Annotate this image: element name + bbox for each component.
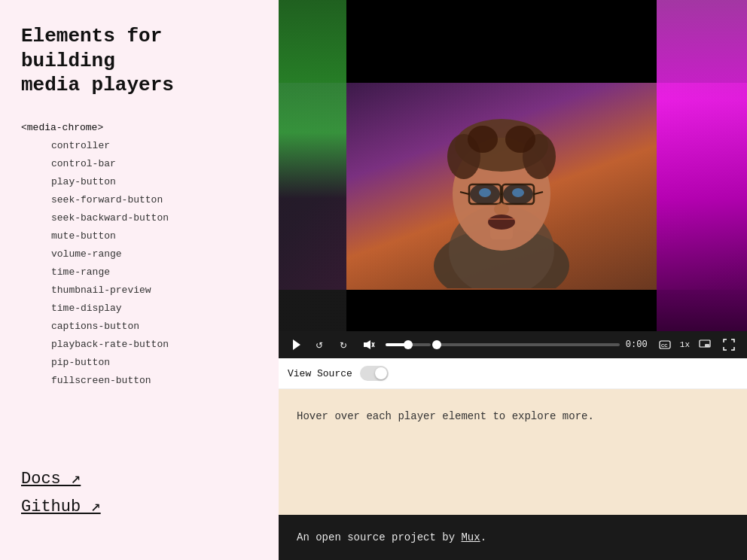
mute-button[interactable] xyxy=(360,337,378,352)
code-item-seek-backward-button: seek-backward-button xyxy=(21,209,258,227)
mute-icon xyxy=(363,339,375,351)
hover-info-text: Hover over each player element to explor… xyxy=(297,410,594,422)
time-range[interactable] xyxy=(437,343,620,346)
docs-link[interactable]: Docs ↗ xyxy=(21,468,258,488)
code-item-thumbnail-preview: thumbnail-preview xyxy=(21,282,258,300)
footer-suffix: . xyxy=(480,531,486,543)
sidebar-links: Docs ↗ Github ↗ xyxy=(21,468,258,524)
svg-rect-24 xyxy=(364,342,367,347)
view-source-bar: View Source xyxy=(279,358,747,389)
footer-prefix: An open source project by xyxy=(297,531,461,543)
code-item-volume-range: volume-range xyxy=(21,245,258,263)
video-area xyxy=(279,0,747,331)
seek-forward-icon: ↻ xyxy=(339,339,351,351)
player-container: ↺ ↻ xyxy=(279,0,747,389)
svg-point-16 xyxy=(479,188,491,197)
code-item-play-button: play-button xyxy=(21,173,258,191)
code-item-pip-button: pip-button xyxy=(21,354,258,372)
svg-marker-21 xyxy=(293,339,300,350)
playback-rate-display: 1x xyxy=(680,340,690,349)
code-item-mute-button: mute-button xyxy=(21,227,258,245)
seek-backward-button[interactable]: ↺ xyxy=(312,337,330,352)
video-face-svg xyxy=(419,85,584,288)
code-tag: <media-chrome> xyxy=(21,122,103,133)
svg-point-17 xyxy=(512,188,524,197)
view-source-toggle[interactable] xyxy=(360,366,389,381)
pip-icon xyxy=(699,339,711,351)
code-item-control-bar: control-bar xyxy=(21,155,258,173)
controls-bar: ↺ ↻ xyxy=(279,331,747,358)
code-item-time-range: time-range xyxy=(21,263,258,282)
code-item-seek-forward-button: seek-forward-button xyxy=(21,191,258,209)
video-bg-left xyxy=(279,0,346,331)
video-bg-right xyxy=(657,0,747,331)
captions-icon: CC xyxy=(659,339,671,351)
code-item-time-display: time-display xyxy=(21,300,258,318)
page-title: Elements for building media players xyxy=(21,24,258,98)
time-display: 0:00 xyxy=(626,339,650,350)
seek-forward-button[interactable]: ↻ xyxy=(336,337,354,352)
svg-rect-31 xyxy=(705,344,709,347)
volume-range[interactable] xyxy=(386,343,431,346)
github-link[interactable]: Github ↗ xyxy=(21,496,258,516)
pip-button[interactable] xyxy=(696,337,714,352)
view-source-label: View Source xyxy=(288,368,352,379)
code-item-fullscreen-button: fullscreen-button xyxy=(21,372,258,390)
code-item-playback-rate-button: playback-rate-button xyxy=(21,336,258,354)
play-icon xyxy=(291,339,303,351)
sidebar-top: Elements for building media players <med… xyxy=(21,24,258,390)
captions-button[interactable]: CC xyxy=(656,337,674,352)
play-button[interactable] xyxy=(288,337,306,352)
svg-point-19 xyxy=(488,215,515,230)
mux-link[interactable]: Mux xyxy=(461,531,480,543)
svg-text:CC: CC xyxy=(661,343,668,348)
svg-text:↻: ↻ xyxy=(340,340,347,351)
code-block: <media-chrome> controller control-bar pl… xyxy=(21,119,258,391)
footer-text: An open source project by Mux. xyxy=(297,531,486,543)
progress-thumb xyxy=(432,340,441,349)
toggle-knob xyxy=(375,367,387,379)
footer: An open source project by Mux. xyxy=(279,515,747,560)
progress-track xyxy=(437,343,620,346)
svg-marker-25 xyxy=(367,340,370,349)
code-item-controller: controller xyxy=(21,137,258,155)
video-frame xyxy=(279,0,747,331)
svg-point-8 xyxy=(505,126,535,153)
volume-thumb xyxy=(404,340,413,349)
svg-text:↺: ↺ xyxy=(316,340,323,351)
svg-point-7 xyxy=(468,126,498,153)
code-item-captions-button: captions-button xyxy=(21,318,258,336)
fullscreen-icon xyxy=(723,339,735,351)
video-center xyxy=(346,83,657,290)
sidebar: Elements for building media players <med… xyxy=(0,0,279,560)
main-content: ↺ ↻ xyxy=(279,0,747,560)
hover-info-panel: Hover over each player element to explor… xyxy=(279,389,747,515)
seek-backward-icon: ↺ xyxy=(315,339,327,351)
fullscreen-button[interactable] xyxy=(720,337,738,352)
svg-point-18 xyxy=(494,203,509,215)
